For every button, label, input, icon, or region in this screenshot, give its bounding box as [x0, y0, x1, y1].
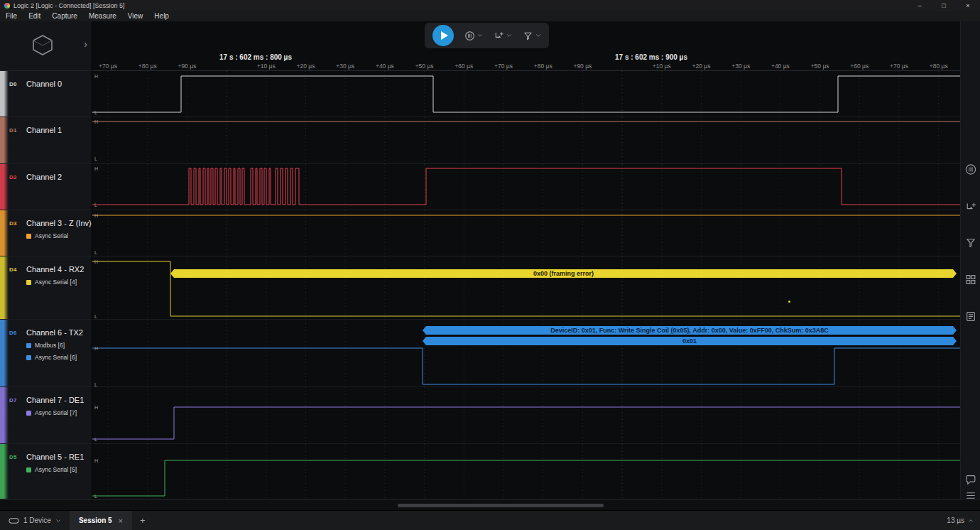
- channel-color-strip: [0, 320, 9, 386]
- waveform-row-d5[interactable]: HL: [92, 444, 960, 499]
- menu-help[interactable]: Help: [148, 11, 175, 21]
- channel-color-strip: [0, 117, 9, 163]
- channel-name: Channel 7 - DE1: [26, 396, 89, 404]
- waveform-plot: [92, 256, 960, 320]
- close-button[interactable]: ×: [956, 0, 980, 11]
- analyzer-badge[interactable]: Async Serial [6]: [26, 354, 89, 361]
- waveform-plot: [92, 71, 960, 117]
- level-marker-high: H: [94, 259, 98, 264]
- waveform-row-d7[interactable]: HL: [92, 387, 960, 444]
- session-tab[interactable]: Session 5 ×: [70, 511, 132, 530]
- channel-label-d1[interactable]: D1Channel 1: [0, 117, 92, 164]
- level-marker-low: L: [94, 382, 97, 387]
- waveform-row-d3[interactable]: HL: [92, 210, 960, 256]
- channel-color-strip: [0, 387, 9, 443]
- menu-view[interactable]: View: [122, 11, 149, 21]
- horizontal-scrollbar[interactable]: [398, 504, 604, 507]
- channel-label-d7[interactable]: D7Channel 7 - DE1Async Serial [7]: [0, 387, 92, 444]
- timeline-tick-label: +60 µs: [850, 63, 869, 70]
- zoom-level-selector[interactable]: 13 µs: [947, 517, 980, 524]
- channel-label-d3[interactable]: D3Channel 3 - Z (Inv)Async Serial: [0, 210, 92, 256]
- decoded-data-annotation: 0x01: [423, 337, 957, 345]
- timeline-ruler[interactable]: 17 s : 602 ms : 800 µs17 s : 602 ms : 90…: [92, 51, 960, 71]
- capture-annotations-button[interactable]: [523, 31, 541, 41]
- minimize-button[interactable]: –: [908, 0, 932, 11]
- analyzer-badge[interactable]: Async Serial: [26, 232, 89, 239]
- session-tab-label: Session 5: [79, 517, 112, 524]
- menu-measure[interactable]: Measure: [83, 11, 122, 21]
- timeline-tick-label: +50 µs: [415, 63, 434, 70]
- channel-name: Channel 5 - RE1: [26, 453, 89, 461]
- analyzer-badge[interactable]: Async Serial [7]: [26, 409, 89, 416]
- channel-label-d6[interactable]: D6Channel 6 - TX2Modbus [6]Async Serial …: [0, 320, 92, 387]
- level-marker-high: H: [94, 166, 98, 171]
- horizontal-scroll-track: [0, 499, 980, 510]
- analyzer-badge[interactable]: Async Serial [5]: [26, 466, 89, 473]
- waveform-row-d1[interactable]: HL: [92, 117, 960, 164]
- menu-bar: File Edit Capture Measure View Help: [0, 11, 980, 21]
- decoded-data-annotation: DeviceID: 0x01, Func: Write Single Coil …: [423, 326, 957, 335]
- device-icon: [9, 517, 19, 524]
- analyzer-label: Async Serial [5]: [35, 466, 77, 473]
- menu-file[interactable]: File: [0, 11, 23, 21]
- maximize-button[interactable]: □: [932, 0, 956, 11]
- add-measurement-button[interactable]: [494, 31, 512, 41]
- waveform-row-d0[interactable]: HL: [92, 71, 960, 117]
- level-marker-low: L: [94, 437, 97, 442]
- waveform-row-d6[interactable]: HLDeviceID: 0x01, Func: Write Single Coi…: [92, 320, 960, 387]
- notes-icon[interactable]: [964, 310, 976, 323]
- channel-label-d2[interactable]: D2Channel 2: [0, 164, 92, 210]
- menu-capture[interactable]: Capture: [46, 11, 83, 21]
- waveform-row-d2[interactable]: HL: [92, 164, 960, 210]
- analyzer-color-icon: [26, 280, 31, 285]
- timeline-tick-label: +70 µs: [890, 63, 908, 70]
- channel-color-strip: [0, 71, 9, 117]
- waveform-plot: [92, 444, 960, 499]
- timeline-tick-label: +90 µs: [573, 63, 592, 70]
- content-row: › D0Channel 0D1Channel 1D2Channel 2D3Cha…: [0, 21, 980, 499]
- level-marker-high: H: [94, 405, 98, 410]
- timeline-tick-label: +90 µs: [178, 63, 196, 70]
- channel-label-d0[interactable]: D0Channel 0: [0, 71, 92, 117]
- channel-label-d4[interactable]: D4Channel 4 - RX2Async Serial [4]: [0, 256, 92, 320]
- logic2-window: Logic 2 [Logic - Connected] [Session 5] …: [0, 0, 980, 530]
- new-session-button[interactable]: +: [132, 515, 153, 526]
- status-bar: 1 Device Session 5 × + 13 µs: [0, 510, 980, 530]
- waveform-rows: HLHLHLHLHL0x00 (framing error)HLDeviceID…: [92, 71, 960, 499]
- analyzer-color-icon: [26, 343, 31, 348]
- waveform-row-d4[interactable]: HL0x00 (framing error): [92, 256, 960, 320]
- analyzer-badge[interactable]: Async Serial [4]: [26, 278, 89, 286]
- menu-edit[interactable]: Edit: [23, 11, 46, 21]
- timeline-major-label: 17 s : 602 ms : 800 µs: [219, 53, 292, 61]
- chevron-down-icon: [55, 518, 61, 524]
- level-marker-high: H: [94, 346, 98, 351]
- channel-color-strip: [0, 210, 9, 256]
- start-capture-button[interactable]: [432, 25, 454, 46]
- channel-name: Channel 2: [26, 173, 89, 181]
- add-measurement-icon: [494, 31, 504, 41]
- timeline-tick-label: +60 µs: [454, 63, 473, 70]
- measurements-icon[interactable]: [964, 201, 976, 213]
- waveform-plot: [92, 117, 960, 164]
- tab-close-icon[interactable]: ×: [119, 517, 123, 525]
- chevron-down-icon: [506, 33, 512, 38]
- device-selector[interactable]: 1 Device: [0, 511, 70, 530]
- analyzer-color-icon: [26, 411, 31, 416]
- waveform-plot: [92, 164, 960, 210]
- channel-label-d5[interactable]: D5Channel 5 - RE1Async Serial [5]: [0, 444, 92, 499]
- timing-markers-icon[interactable]: [964, 163, 976, 175]
- waveform-plot: [92, 210, 960, 256]
- channel-name: Channel 6 - TX2: [26, 328, 89, 337]
- waveform-plot: [92, 387, 960, 444]
- annotations-icon[interactable]: [964, 237, 976, 249]
- analyzer-label: Async Serial [6]: [35, 354, 77, 361]
- chevron-up-icon: [968, 518, 974, 524]
- expand-panel-chevron-icon[interactable]: ›: [84, 38, 87, 50]
- extensions-icon[interactable]: [964, 274, 976, 286]
- timing-markers-button[interactable]: [464, 31, 483, 41]
- analyzer-color-icon: [26, 234, 31, 239]
- analyzer-badge[interactable]: Modbus [6]: [26, 342, 89, 349]
- timeline-tick-label: +30 µs: [731, 63, 750, 70]
- help-chat-icon[interactable]: [964, 474, 976, 486]
- capture-toolbar: [425, 23, 549, 48]
